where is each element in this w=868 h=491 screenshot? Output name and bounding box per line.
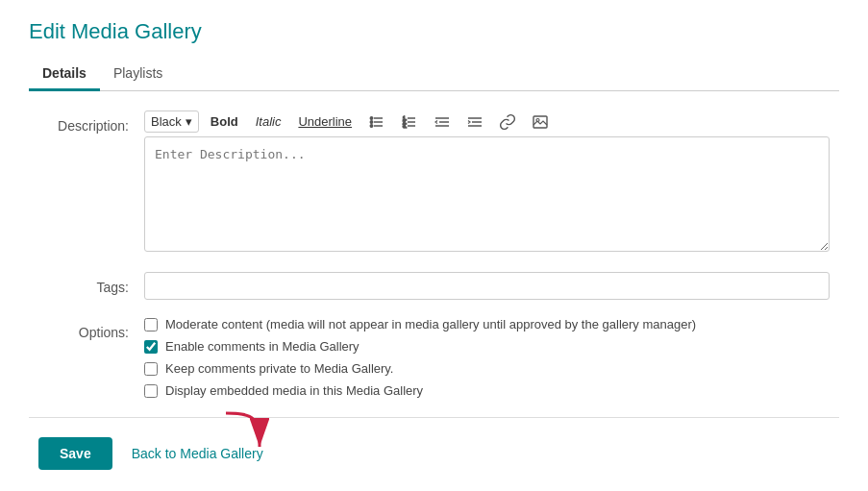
option-keep-comments-checkbox[interactable] <box>144 362 158 376</box>
footer-actions: Save Back to Media Gallery <box>29 437 839 470</box>
options-group: Moderate content (media will not appear … <box>144 317 830 398</box>
svg-point-5 <box>370 124 372 126</box>
option-enable-comments-checkbox[interactable] <box>144 340 158 354</box>
image-icon <box>533 114 548 130</box>
options-label: Options: <box>38 317 144 340</box>
tags-input[interactable] <box>144 272 830 300</box>
underline-button[interactable]: Underline <box>292 111 358 132</box>
description-textarea[interactable] <box>144 136 830 252</box>
tags-control <box>144 272 830 300</box>
svg-text:3.: 3. <box>403 122 407 128</box>
outdent-button[interactable] <box>429 111 456 133</box>
option-display-embedded-checkbox[interactable] <box>144 384 158 398</box>
svg-point-4 <box>370 120 372 122</box>
options-row: Options: Moderate content (media will no… <box>38 317 830 398</box>
save-button[interactable]: Save <box>38 437 112 470</box>
tags-label: Tags: <box>38 272 144 295</box>
options-control: Moderate content (media will not appear … <box>144 317 830 398</box>
footer-divider <box>29 417 839 418</box>
link-button[interactable] <box>494 111 521 133</box>
option-display-embedded-label: Display embedded media in this Media Gal… <box>165 383 423 398</box>
indent-icon <box>467 114 483 130</box>
svg-point-3 <box>370 116 372 118</box>
chevron-down-icon: ▾ <box>186 114 192 129</box>
option-enable-comments[interactable]: Enable comments in Media Gallery <box>144 339 830 354</box>
form-section: Description: Black ▾ Bold Italic Underli… <box>29 110 839 398</box>
option-display-embedded[interactable]: Display embedded media in this Media Gal… <box>144 383 830 398</box>
list-unordered-button[interactable] <box>363 111 390 133</box>
description-toolbar: Black ▾ Bold Italic Underline <box>144 110 830 133</box>
description-label: Description: <box>38 110 144 134</box>
tab-details[interactable]: Details <box>29 58 100 91</box>
page-title-prefix: Edit <box>29 19 65 43</box>
tab-playlists[interactable]: Playlists <box>100 58 176 91</box>
arrow-indicator <box>216 408 269 459</box>
page-title-highlight: Media Gallery <box>71 19 202 43</box>
option-moderate-checkbox[interactable] <box>144 318 158 331</box>
indent-button[interactable] <box>461 111 488 133</box>
image-button[interactable] <box>527 111 554 133</box>
color-picker-button[interactable]: Black ▾ <box>144 110 199 133</box>
option-keep-comments[interactable]: Keep comments private to Media Gallery. <box>144 361 830 376</box>
description-control: Black ▾ Bold Italic Underline <box>144 110 830 255</box>
italic-button[interactable]: Italic <box>250 111 287 132</box>
color-label: Black <box>151 114 182 129</box>
outdent-icon <box>434 114 450 130</box>
arrow-icon <box>216 408 269 456</box>
svg-rect-18 <box>533 116 547 128</box>
tabs-container: Details Playlists <box>29 58 839 91</box>
option-keep-comments-label: Keep comments private to Media Gallery. <box>165 361 393 376</box>
page-title: Edit Media Gallery <box>29 19 839 44</box>
link-icon <box>500 114 515 130</box>
option-enable-comments-label: Enable comments in Media Gallery <box>165 339 360 354</box>
list-ordered-button[interactable]: 1. 2. 3. <box>396 111 423 133</box>
list-unordered-icon <box>369 114 384 130</box>
option-moderate[interactable]: Moderate content (media will not appear … <box>144 317 830 331</box>
bold-button[interactable]: Bold <box>205 111 244 132</box>
tags-row: Tags: <box>38 272 830 300</box>
description-row: Description: Black ▾ Bold Italic Underli… <box>38 110 830 255</box>
list-ordered-icon: 1. 2. 3. <box>402 114 417 130</box>
option-moderate-label: Moderate content (media will not appear … <box>165 317 696 331</box>
